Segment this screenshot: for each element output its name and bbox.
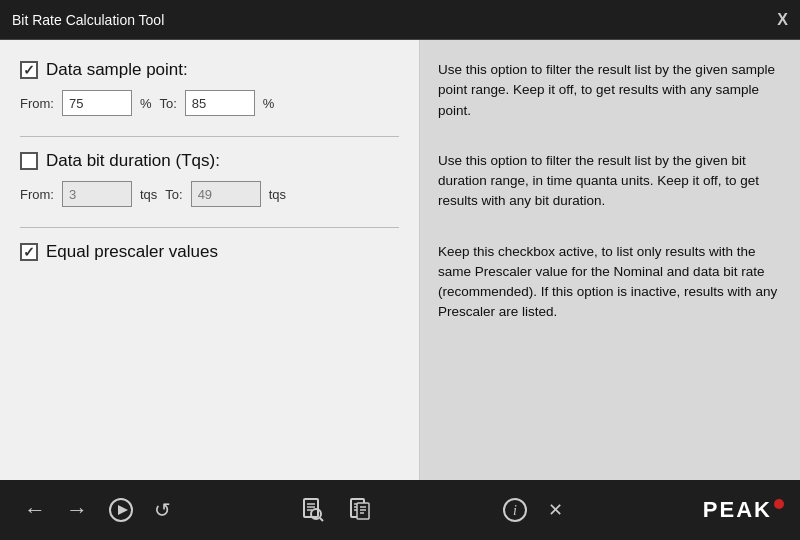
svg-text:i: i — [513, 503, 517, 518]
bit-duration-section: Data bit duration (Tqs): From: tqs To: t… — [20, 151, 399, 207]
description-1: Use this option to filter the result lis… — [438, 60, 782, 121]
sample-point-header: Data sample point: — [20, 60, 399, 80]
close-button[interactable]: X — [777, 11, 788, 29]
refresh-button[interactable]: ↺ — [146, 494, 179, 526]
title-bar: Bit Rate Calculation Tool X — [0, 0, 800, 40]
svg-rect-12 — [357, 503, 369, 519]
bit-duration-checkbox[interactable] — [20, 152, 38, 170]
toolbar: ← → ↺ — [0, 480, 800, 540]
description-text-1: Use this option to filter the result lis… — [438, 60, 782, 121]
bit-duration-header: Data bit duration (Tqs): — [20, 151, 399, 171]
file-search-button[interactable] — [291, 492, 335, 528]
description-text-3: Keep this checkbox active, to list only … — [438, 242, 782, 323]
sample-point-to-label: To: — [160, 96, 177, 111]
svg-line-4 — [320, 518, 323, 521]
description-3: Keep this checkbox active, to list only … — [438, 242, 782, 323]
file-button[interactable] — [339, 493, 381, 527]
svg-marker-1 — [118, 505, 128, 515]
sample-point-section: Data sample point: From: % To: % — [20, 60, 399, 116]
peak-logo: PEAK — [703, 497, 784, 523]
file-icon — [347, 497, 373, 523]
file-search-icon — [299, 496, 327, 524]
bit-duration-title: Data bit duration (Tqs): — [46, 151, 220, 171]
sample-point-to-input[interactable] — [185, 90, 255, 116]
prescaler-checkbox[interactable] — [20, 243, 38, 261]
bit-duration-from-input[interactable] — [62, 181, 132, 207]
info-button[interactable]: i — [494, 493, 536, 527]
left-panel: Data sample point: From: % To: % Data bi… — [0, 40, 420, 480]
toolbar-action-group: i ✕ — [494, 493, 571, 527]
right-panel: Use this option to filter the result lis… — [420, 40, 800, 480]
forward-button[interactable]: → — [58, 493, 96, 527]
bit-duration-row: From: tqs To: tqs — [20, 181, 399, 207]
play-button[interactable] — [100, 493, 142, 527]
description-text-2: Use this option to filter the result lis… — [438, 151, 782, 212]
peak-dot — [774, 499, 784, 509]
bit-duration-to-unit: tqs — [269, 187, 286, 202]
toolbar-nav-group: ← → ↺ — [16, 493, 179, 527]
prescaler-header: Equal prescaler values — [20, 242, 399, 262]
peak-text: PEAK — [703, 497, 772, 523]
info-icon: i — [502, 497, 528, 523]
prescaler-title: Equal prescaler values — [46, 242, 218, 262]
close-x-button[interactable]: ✕ — [540, 495, 571, 525]
prescaler-section: Equal prescaler values — [20, 242, 399, 262]
back-button[interactable]: ← — [16, 493, 54, 527]
sample-point-to-unit: % — [263, 96, 275, 111]
main-content: Data sample point: From: % To: % Data bi… — [0, 40, 800, 480]
toolbar-file-group — [291, 492, 381, 528]
sample-point-from-label: From: — [20, 96, 54, 111]
window-title: Bit Rate Calculation Tool — [12, 12, 164, 28]
play-circle-icon — [108, 497, 134, 523]
bit-duration-from-label: From: — [20, 187, 54, 202]
bit-duration-to-label: To: — [165, 187, 182, 202]
sample-point-checkbox[interactable] — [20, 61, 38, 79]
bit-duration-to-input[interactable] — [191, 181, 261, 207]
sample-point-from-input[interactable] — [62, 90, 132, 116]
description-2: Use this option to filter the result lis… — [438, 151, 782, 212]
sample-point-title: Data sample point: — [46, 60, 188, 80]
sample-point-from-unit: % — [140, 96, 152, 111]
sample-point-row: From: % To: % — [20, 90, 399, 116]
bit-duration-from-unit: tqs — [140, 187, 157, 202]
